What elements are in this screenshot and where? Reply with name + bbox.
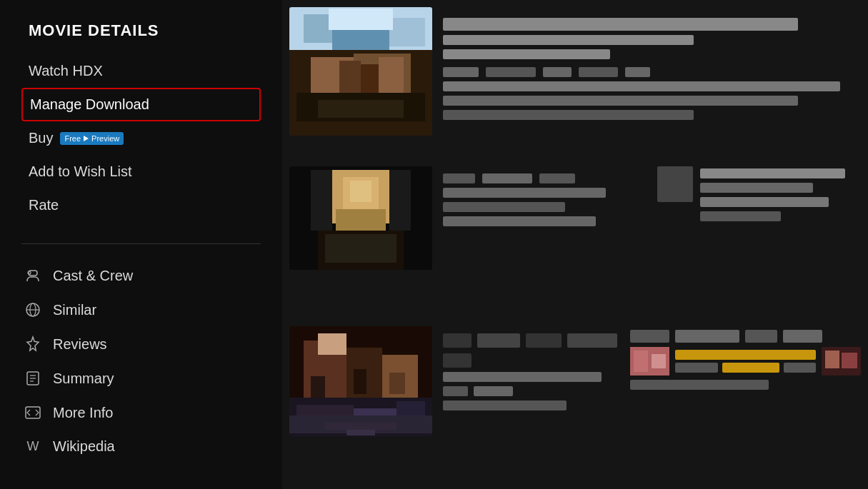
sidebar-item-similar[interactable]: Similar: [14, 293, 268, 327]
add-to-wish-list-label: Add to Wish List: [29, 163, 132, 180]
summary-icon: [21, 370, 44, 387]
meta-bar-1a: [443, 18, 798, 31]
movie-thumb-2[interactable]: [289, 166, 432, 270]
r3-bar3: [784, 363, 816, 373]
more-info-icon: [21, 404, 44, 421]
svg-rect-13: [389, 18, 425, 46]
m2b: [482, 173, 532, 183]
sidebar-item-watch-hdx[interactable]: Watch HDX: [21, 54, 261, 88]
r3d: [783, 330, 822, 343]
main-content: [282, 0, 868, 489]
thumb-svg-3: [289, 326, 432, 437]
badge-1b: [486, 67, 536, 77]
meta-bar-1c: [443, 49, 610, 59]
svg-rect-47: [346, 430, 375, 435]
sidebar-item-summary[interactable]: Summary: [14, 361, 268, 395]
sidebar-item-wikipedia[interactable]: W Wikipedia: [14, 430, 268, 463]
svg-rect-8: [26, 407, 40, 418]
meta-area-3: [443, 326, 619, 410]
sidebar-item-manage-download[interactable]: Manage Download: [21, 88, 261, 121]
sidebar-top-section: Watch HDX Manage Download Buy Free Previ…: [0, 54, 282, 222]
m3b-row: [443, 386, 619, 396]
svg-rect-43: [354, 369, 366, 394]
sidebar-item-buy[interactable]: Buy Free Preview: [21, 121, 261, 155]
rm2a: [700, 168, 845, 178]
sidebar-item-cast-crew[interactable]: Cast & Crew: [14, 258, 268, 293]
badge-1c: [543, 67, 572, 77]
svg-rect-53: [842, 353, 857, 368]
r3c: [745, 330, 777, 343]
svg-rect-44: [389, 373, 405, 394]
b3e: [443, 353, 472, 368]
r3-meta-right: [675, 350, 816, 373]
content-row-3: [289, 326, 861, 482]
rm2b: [700, 183, 813, 193]
thumb-svg-1: [289, 7, 432, 136]
row3-right: [630, 326, 861, 390]
right-thumb-2a[interactable]: [657, 166, 693, 202]
sidebar-item-add-to-wish-list[interactable]: Add to Wish List: [21, 155, 261, 188]
m3d: [443, 400, 567, 410]
meta-area-2: [443, 166, 647, 226]
b3d: [567, 333, 617, 348]
r3b: [675, 330, 739, 343]
r3-pink2-svg: [822, 347, 861, 375]
svg-rect-29: [350, 181, 371, 202]
svg-rect-31: [389, 170, 411, 231]
sidebar-item-rate[interactable]: Rate: [21, 188, 261, 222]
svg-rect-35: [318, 333, 346, 355]
svg-rect-50: [652, 354, 666, 368]
r3-thumb-pink[interactable]: [630, 347, 669, 375]
buy-label: Buy: [29, 130, 53, 146]
svg-rect-18: [318, 100, 404, 118]
similar-label: Similar: [53, 302, 96, 318]
r3-thumb-pink2[interactable]: [822, 347, 861, 375]
similar-icon: [21, 301, 44, 318]
m2f: [443, 216, 596, 226]
svg-rect-28: [325, 234, 396, 263]
meta-bar-1e: [443, 96, 798, 106]
r3-bar1: [675, 363, 718, 373]
meta-badges-1: [443, 67, 861, 77]
movie-thumb-1[interactable]: [289, 7, 432, 136]
r3-pink-svg: [630, 347, 669, 375]
movie-thumb-3[interactable]: [289, 326, 432, 437]
r3-progress: [630, 347, 861, 375]
play-icon: [84, 136, 89, 141]
meta-text-row2: [443, 173, 647, 183]
meta-bar-1b: [443, 35, 694, 45]
rate-label: Rate: [29, 197, 59, 213]
wikipedia-label: Wikipedia: [53, 438, 115, 455]
m2d: [443, 188, 606, 198]
sidebar-divider: [21, 243, 261, 244]
content-row-1: [289, 7, 861, 163]
r3-top: [630, 330, 861, 343]
buy-row: Buy Free Preview: [29, 130, 124, 146]
wikipedia-icon: W: [21, 439, 44, 454]
reviews-label: Reviews: [53, 336, 107, 353]
sidebar-title: MOVIE DETAILS: [0, 14, 282, 54]
rm2d: [700, 211, 781, 221]
r3-footer-bar: [630, 380, 769, 390]
meta-area-1: [443, 7, 861, 120]
free-preview-badge: Free Preview: [60, 132, 124, 145]
meta-bar-1f: [443, 110, 694, 120]
more-info-label: More Info: [53, 405, 113, 421]
content-row-2: [289, 166, 861, 322]
right-meta-2: [700, 166, 861, 221]
r3-bar2-gold: [722, 363, 779, 373]
meta-badges-3: [443, 333, 619, 368]
r3-gold-bar: [675, 350, 816, 360]
badge-1a: [443, 67, 479, 77]
svg-rect-49: [634, 351, 648, 372]
sidebar-item-reviews[interactable]: Reviews: [14, 327, 268, 361]
sidebar-item-more-info[interactable]: More Info: [14, 395, 268, 430]
r3a: [630, 330, 669, 343]
badge-1d: [579, 67, 618, 77]
cast-crew-label: Cast & Crew: [53, 268, 133, 284]
svg-rect-20: [339, 61, 361, 93]
b3a: [443, 333, 472, 348]
m2c: [539, 173, 575, 183]
svg-rect-22: [379, 57, 404, 93]
b3b: [477, 333, 520, 348]
